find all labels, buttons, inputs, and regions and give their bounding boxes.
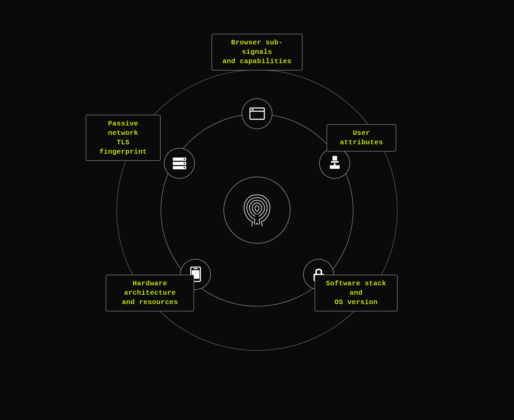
network-node: [164, 148, 195, 179]
hardware-label-text: Hardware architecture: [112, 279, 188, 298]
user-label-text: User: [333, 128, 390, 138]
browser-label: Browser sub-signals and capabilities: [211, 34, 303, 70]
browser-label-text2: and capabilities: [218, 57, 296, 66]
svg-rect-8: [335, 163, 339, 165]
user-label: User attributes: [327, 124, 396, 151]
svg-point-19: [184, 158, 185, 160]
diagram-container: Browser sub-signals and capabilities Use…: [96, 23, 418, 398]
user-icon: [327, 156, 342, 171]
network-label-text: Passive network: [92, 119, 154, 138]
software-label-text: Software stack and: [321, 279, 391, 298]
svg-point-0: [256, 223, 258, 224]
fingerprint-icon: [238, 191, 276, 229]
svg-rect-3: [251, 109, 254, 110]
svg-point-21: [184, 167, 185, 168]
software-label: Software stack and OS version: [315, 275, 398, 311]
svg-rect-4: [332, 156, 337, 160]
hardware-label: Hardware architecture and resources: [106, 275, 194, 311]
user-attributes-node: [319, 148, 350, 179]
browser-label-text: Browser sub-signals: [218, 38, 296, 57]
svg-rect-7: [330, 163, 334, 165]
browser-node: [242, 98, 273, 129]
software-label-text2: OS version: [321, 298, 391, 307]
network-label-text2: TLS fingerprint: [92, 138, 154, 157]
center-fingerprint-circle: [224, 177, 290, 244]
svg-point-20: [184, 163, 185, 164]
svg-rect-13: [193, 268, 198, 269]
browser-icon: [249, 106, 265, 122]
network-icon: [172, 156, 187, 171]
user-label-text2: attributes: [333, 138, 390, 147]
network-label: Passive network TLS fingerprint: [86, 115, 161, 161]
svg-rect-5: [331, 161, 339, 163]
hardware-label-text2: and resources: [112, 298, 188, 307]
